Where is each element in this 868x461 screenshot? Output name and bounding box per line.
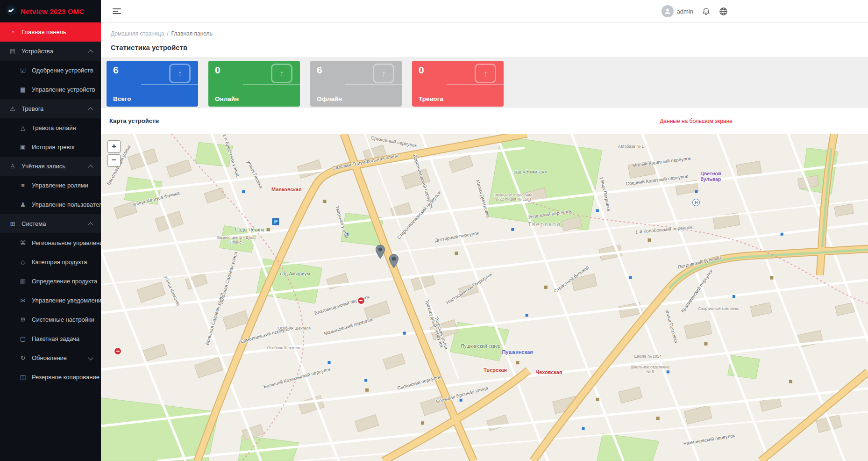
- category-icon: ◇: [19, 259, 27, 266]
- map-label: улица Красина: [164, 275, 181, 306]
- notification-bell-icon[interactable]: [702, 7, 711, 16]
- map-label: Петровский бульвар: [677, 255, 721, 270]
- zoom-in-button[interactable]: +: [107, 140, 121, 152]
- sidebar-item-system[interactable]: ⊞Система: [0, 214, 101, 233]
- map-label: 1-я Брестская улица: [222, 134, 241, 177]
- backup-icon: ◫: [19, 374, 27, 381]
- sidebar-item-label: Региональное управление: [32, 239, 101, 246]
- sidebar-item-role-management[interactable]: ≡Управление ролями: [0, 176, 101, 195]
- breadcrumb-home[interactable]: Домашняя страница: [111, 30, 164, 37]
- sidebar-item-alarm-online[interactable]: △Тревога онлайн: [0, 118, 101, 137]
- map-label: сад «Эрмитаж»: [513, 169, 547, 174]
- stat-card-2: 6↑Офлайн: [310, 61, 402, 107]
- map-label: Сытинский переулок: [397, 374, 442, 390]
- zoom-out-button[interactable]: −: [107, 154, 121, 166]
- upload-arrow-icon: ↑: [475, 64, 496, 83]
- hotel-icon: H: [692, 199, 700, 206]
- sidebar-nav: ◔Главная панель▤Устройства☑Одобрение уст…: [0, 22, 101, 461]
- sidebar-item-backup[interactable]: ◫Резервное копирование: [0, 367, 101, 387]
- chevron-down-icon: [88, 355, 93, 360]
- map-label: Тверская улица: [334, 205, 349, 239]
- page-title: Статистика устройств: [101, 37, 868, 57]
- map-alert-marker[interactable]: [358, 297, 364, 304]
- sidebar-item-label: Пакетная задача: [32, 335, 79, 342]
- gauge-icon: ◔: [8, 29, 17, 36]
- app-logo: Netview 2023 OMC: [0, 0, 101, 22]
- settings-gear-icon: ⚙: [19, 316, 27, 323]
- sidebar-item-user-management[interactable]: ♟Управление пользователями: [0, 195, 101, 214]
- menu-bar-icon: [113, 13, 121, 14]
- sidebar-item-device-approval[interactable]: ☑Одобрение устройств: [0, 61, 101, 80]
- map-label: Страстной бульвар: [553, 264, 589, 294]
- map-label: Цветной бульвар: [697, 171, 724, 182]
- stat-card-1: 0↑Онлайн: [208, 61, 300, 107]
- sidebar-item-dashboard[interactable]: ◔Главная панель: [0, 22, 101, 42]
- sidebar-item-alarm-history[interactable]: ▣История тревог: [0, 137, 101, 157]
- device-pin[interactable]: [375, 245, 385, 259]
- username: admin: [677, 8, 693, 15]
- roles-icon: ≡: [19, 182, 27, 189]
- stat-divider: [447, 84, 504, 85]
- stat-card-0: 6↑Всего: [107, 61, 198, 107]
- sidebar-item-account[interactable]: ♙Учётная запись: [0, 157, 101, 176]
- sidebar-item-alarm[interactable]: ⚠Тревога: [0, 99, 101, 118]
- sidebar-item-label: Главная панель: [21, 29, 66, 36]
- map-label: Крапивенский переулок: [680, 268, 714, 314]
- map-alert-marker[interactable]: [114, 348, 121, 354]
- map-label: Настасьинский переулок: [445, 272, 493, 305]
- map-label: Школьное отделение № 22 лицея № 1501: [491, 193, 535, 202]
- sidebar-item-devices[interactable]: ▤Устройства: [0, 42, 101, 61]
- sidebar-item-label: Тревога онлайн: [32, 124, 76, 131]
- sidebar-item-region-management[interactable]: ⌘Региональное управление: [0, 233, 101, 252]
- sidebar-item-label: Учётная запись: [21, 163, 65, 170]
- sidebar-item-update[interactable]: ↻Обновление: [0, 348, 101, 367]
- device-map-card: Карта устройств Данные на большом экране: [101, 108, 868, 461]
- map-label: Большая Садовая улица: [205, 292, 224, 345]
- map-label: Пушкинский сквер: [461, 343, 500, 348]
- map-label: Старопименовский переулок: [396, 190, 442, 240]
- sidebar-item-label: Управление пользователями: [32, 201, 101, 208]
- user-menu[interactable]: admin: [662, 5, 693, 17]
- map-label: Бизнес-центр «Дукат Плейс»: [215, 236, 259, 245]
- sidebar-item-product-definition[interactable]: ▥Определение продукта: [0, 272, 101, 291]
- sidebar-item-product-category[interactable]: ◇Категория продукта: [0, 252, 101, 272]
- breadcrumb-separator: /: [167, 30, 168, 37]
- region-icon: ⌘: [19, 239, 27, 246]
- map-label: Большой Козихинский переулок: [263, 367, 331, 389]
- big-screen-data-link[interactable]: Данные на большом экране: [660, 118, 733, 124]
- map-label: Тверская: [484, 367, 507, 373]
- sidebar-item-device-management[interactable]: ▦Управление устройств: [0, 80, 101, 99]
- stat-value: 6: [113, 65, 119, 76]
- sidebar-item-label: Одобрение устройств: [32, 67, 93, 74]
- language-globe-icon[interactable]: [719, 7, 728, 16]
- chevron-up-icon: [88, 165, 93, 170]
- map-label: 1-й Колобовский переулок: [635, 224, 693, 235]
- sidebar-item-label: Категория продукта: [32, 259, 87, 266]
- stat-value: 0: [215, 65, 221, 76]
- users-icon: ♟: [19, 201, 27, 208]
- device-map[interactable]: МаяковскаяПушкинскаяТверскаяЧеховскаяЦве…: [101, 134, 868, 461]
- map-label: Оружейный переулок: [370, 135, 417, 148]
- sidebar-item-notification-management[interactable]: ✉Управление уведомлениями: [0, 291, 101, 310]
- app-title: Netview 2023 OMC: [21, 7, 85, 15]
- map-label: Успенский переулок: [528, 209, 572, 220]
- map-label: улица Петровка: [599, 177, 612, 212]
- topbar-right: admin: [662, 5, 728, 17]
- device-pin[interactable]: [389, 254, 399, 268]
- stat-divider: [345, 84, 402, 85]
- stat-divider: [141, 84, 198, 85]
- map-label: Дегтярный переулок: [434, 230, 479, 243]
- sidebar-item-batch-task[interactable]: ▢Пакетная задача: [0, 329, 101, 348]
- topbar: admin: [101, 0, 868, 23]
- sidebar-item-label: Тревога: [21, 105, 43, 112]
- main-area: admin Домашняя страница / Главн: [101, 0, 868, 461]
- devices-icon: ▤: [8, 48, 17, 55]
- product-definition-icon: ▥: [19, 278, 27, 285]
- update-icon: ↻: [19, 354, 27, 361]
- map-label: Тверская улица: [434, 316, 449, 350]
- breadcrumb: Домашняя страница / Главная панель: [101, 23, 868, 37]
- map-label: Ермолаевский переулок: [240, 325, 292, 344]
- sidebar-collapse-button[interactable]: [111, 7, 123, 16]
- sidebar: Netview 2023 OMC ◔Главная панель▤Устройс…: [0, 0, 101, 461]
- sidebar-item-system-settings[interactable]: ⚙Системные настройки: [0, 310, 101, 329]
